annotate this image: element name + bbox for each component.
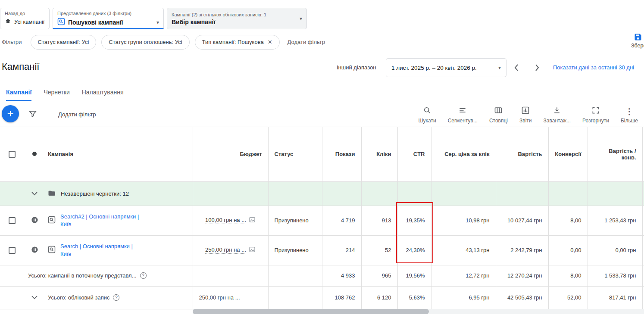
filter-chip-campaign-type[interactable]: Тип кампанії: Пошукова ✕	[195, 35, 280, 50]
col-cost-per-conv[interactable]: Вартість / конв.	[588, 127, 642, 181]
col-cost[interactable]: Вартість	[496, 127, 548, 181]
budget-value[interactable]: 250,00 грн на ...	[205, 246, 246, 254]
campaign-picker-value: Вибір кампанії	[172, 19, 296, 25]
chip-label: Статус групи оголошень: Усі	[109, 39, 182, 45]
avg-cpc-total: 12,72 грн	[431, 265, 496, 286]
cost-per-conv-value: 1 253,43 грн	[588, 206, 642, 235]
clicks-total: 6 120	[361, 286, 397, 309]
columns-button[interactable]: Стовпці	[489, 106, 508, 124]
horizontal-scrollbar[interactable]	[193, 309, 644, 314]
filter-chip-adgroup-status[interactable]: Статус групи оголошень: Усі	[101, 35, 189, 50]
help-icon[interactable]: ?	[113, 294, 119, 301]
close-icon[interactable]: ✕	[268, 39, 272, 45]
conversions-total: 52,00	[548, 286, 588, 309]
dropdown-arrow-icon: ▾	[498, 65, 501, 71]
top-navigation-bar: Назад до Усі кампанії Представлення дани…	[0, 8, 307, 29]
action-label: Сегментув...	[448, 118, 478, 124]
ctr-total: 5,63%	[397, 286, 431, 309]
horizontal-scrollbar-thumb[interactable]	[193, 309, 429, 314]
reports-button[interactable]: Звіти	[519, 106, 532, 124]
data-view-value: Пошукові кампанії	[68, 19, 123, 26]
back-label: Назад до	[5, 11, 45, 16]
add-filter-link[interactable]: Додати фільтр	[288, 39, 325, 45]
avg-cpc-total: 6,95 грн	[431, 286, 496, 309]
dropdown-arrow-icon: ▾	[300, 16, 302, 22]
table-header-row: Кампанія Бюджет Статус Покази Кліки CTR …	[0, 127, 644, 181]
paused-status-icon[interactable]	[31, 218, 38, 225]
add-campaign-button[interactable]: +	[2, 105, 19, 122]
col-impressions[interactable]: Покази	[322, 127, 361, 181]
page-title: Кампанії	[2, 61, 39, 72]
previous-period-button[interactable]	[510, 61, 523, 74]
toolbar-actions: Шукати Сегментув... Стовпці Звіти Завант…	[419, 106, 638, 124]
campaign-status: Призупинено	[275, 247, 309, 253]
select-all-checkbox[interactable]	[9, 151, 16, 158]
row-checkbox[interactable]	[9, 217, 16, 224]
more-button[interactable]: ⋮ Більше	[621, 107, 638, 124]
ctr-value: 19,35%	[397, 206, 431, 235]
campaign-name-link[interactable]: Search#2 | Основні напрямки | Київ	[60, 213, 145, 228]
action-label: Розгорнути	[582, 118, 609, 124]
save-label: Зберег	[631, 43, 644, 49]
help-icon[interactable]: ?	[140, 272, 147, 279]
ctr-total: 19,56%	[397, 265, 431, 286]
cost-per-conv-total: 1 533,78 грн	[588, 265, 642, 286]
campaign-name-link[interactable]: Search | Основні напрямки | Київ	[60, 243, 145, 258]
col-budget[interactable]: Бюджет	[193, 127, 268, 181]
account-budget-total: 250,00 грн на ...	[193, 286, 268, 309]
search-icon	[423, 106, 431, 116]
home-icon	[5, 18, 11, 25]
drafts-group-row: Незавершені чернетки: 12	[0, 181, 644, 206]
toolbar-add-filter-link[interactable]: Додати фільтр	[58, 111, 96, 118]
cost-value: 2 242,79 грн	[496, 235, 548, 265]
tab-campaigns[interactable]: Кампанії	[6, 89, 31, 101]
tab-drafts[interactable]: Чернетки	[44, 89, 69, 101]
chip-label: Статус кампанії: Усі	[38, 39, 89, 45]
tab-settings[interactable]: Налаштування	[82, 89, 124, 101]
back-to-all-campaigns-button[interactable]: Назад до Усі кампанії	[0, 8, 50, 29]
save-filters-button[interactable]: Зберег	[631, 33, 644, 49]
cost-per-conv-value: 0,00 грн	[588, 235, 642, 265]
budget-value[interactable]: 100,00 грн на ...	[205, 217, 246, 224]
next-period-button[interactable]	[531, 61, 544, 74]
cost-per-conv-total: 817,41 грн	[588, 286, 642, 309]
cost-value: 10 027,44 грн	[496, 206, 548, 235]
cost-total: 42 505,43 грн	[496, 286, 548, 309]
conversions-value: 8,00	[548, 206, 588, 235]
col-avg-cpc[interactable]: Сер. ціна за клік	[431, 127, 496, 181]
paused-status-icon[interactable]	[31, 248, 38, 255]
unfinished-drafts-label[interactable]: Незавершені чернетки: 12	[61, 190, 129, 197]
action-label: Завантаж...	[544, 118, 571, 124]
col-status[interactable]: Статус	[268, 127, 322, 181]
campaign-picker-dropdown[interactable]: Кампанії (2) зі стількох облікових запис…	[167, 8, 307, 29]
other-range-label[interactable]: Інший діапазон	[337, 64, 376, 71]
expand-button[interactable]: Розгорнути	[582, 106, 609, 124]
col-ctr[interactable]: CTR	[397, 127, 431, 181]
show-last-30-days-link[interactable]: Показати дані за останні 30 дні	[553, 64, 634, 71]
clicks-total: 965	[361, 265, 397, 286]
data-view-dropdown[interactable]: Представлення даних (3 фільтри) Пошукові…	[53, 8, 164, 29]
search-button[interactable]: Шукати	[419, 106, 436, 124]
segment-button[interactable]: Сегментув...	[448, 106, 478, 124]
row-checkbox[interactable]	[9, 247, 16, 254]
impressions-total: 108 762	[322, 286, 361, 309]
filter-chip-campaign-status[interactable]: Статус кампанії: Усі	[31, 35, 97, 50]
download-button[interactable]: Завантаж...	[544, 106, 571, 124]
segment-icon	[458, 106, 467, 116]
view-total-label: Усього: кампанії в поточному представл..…	[28, 272, 137, 279]
col-status-dot[interactable]	[24, 127, 45, 181]
save-icon	[634, 33, 642, 41]
col-campaign[interactable]: Кампанія	[45, 127, 193, 181]
filter-funnel-icon[interactable]	[28, 109, 37, 119]
account-total-label: Усього: обліковий запис	[48, 294, 109, 301]
campaign-status: Призупинено	[275, 217, 309, 224]
date-range-value: 1 лист. 2025 р. – 20 квіт. 2026 р.	[391, 65, 477, 71]
action-label: Шукати	[419, 118, 436, 124]
collapse-group-chevron-icon[interactable]	[30, 190, 39, 197]
expand-account-total-chevron-icon[interactable]	[30, 294, 39, 301]
col-clicks[interactable]: Кліки	[361, 127, 397, 181]
impressions-value: 4 719	[322, 206, 361, 235]
date-range-picker[interactable]: 1 лист. 2025 р. – 20 квіт. 2026 р. ▾	[386, 58, 506, 77]
campaigns-table: Кампанія Бюджет Статус Покази Кліки CTR …	[0, 127, 644, 309]
col-conversions[interactable]: Конверсії	[548, 127, 588, 181]
